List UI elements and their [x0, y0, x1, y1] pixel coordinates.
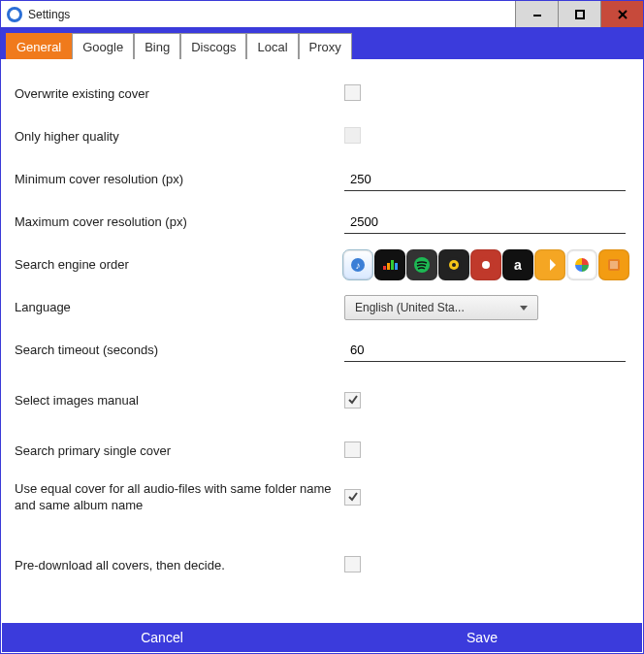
equal-cover-checkbox[interactable]	[344, 489, 361, 506]
tab-discogs[interactable]: Discogs	[180, 33, 246, 59]
bing-icon[interactable]	[534, 249, 565, 280]
equal-cover-label: Use equal cover for all audio-files with…	[15, 481, 344, 514]
discogs-icon[interactable]	[438, 249, 469, 280]
tab-bing[interactable]: Bing	[134, 33, 180, 59]
min-res-label: Minimum cover resolution (px)	[15, 172, 344, 188]
close-button[interactable]	[600, 1, 643, 27]
svg-text:♪: ♪	[356, 260, 361, 271]
svg-rect-1	[576, 11, 584, 18]
overwrite-label: Overwrite existing cover	[15, 86, 344, 103]
language-label: Language	[15, 300, 344, 316]
svg-rect-18	[610, 261, 618, 269]
overwrite-checkbox[interactable]	[344, 84, 361, 101]
tab-proxy[interactable]: Proxy	[299, 33, 352, 59]
gracenote-icon[interactable]	[470, 249, 501, 280]
bottom-bar: Cancel Save	[2, 623, 642, 652]
select-manual-label: Select images manual	[15, 393, 344, 409]
svg-point-15	[482, 261, 490, 269]
higher-quality-checkbox	[344, 127, 361, 144]
google-icon[interactable]	[566, 249, 597, 280]
min-res-input[interactable]	[344, 168, 626, 191]
max-res-label: Maximum cover resolution (px)	[15, 214, 344, 231]
svg-rect-9	[395, 263, 398, 270]
spotify-icon[interactable]	[406, 249, 437, 280]
app-icon	[7, 7, 22, 22]
max-res-input[interactable]	[344, 211, 626, 234]
window-title: Settings	[28, 8, 515, 21]
select-manual-checkbox[interactable]	[344, 392, 361, 409]
svg-rect-7	[387, 263, 390, 270]
engine-order-list[interactable]: ♪ a	[342, 249, 629, 280]
engine-order-label: Search engine order	[15, 257, 342, 274]
timeout-input[interactable]	[344, 339, 626, 362]
tab-google[interactable]: Google	[72, 33, 134, 59]
itunes-icon[interactable]: ♪	[342, 249, 373, 280]
tab-bar: GeneralGoogleBingDiscogsLocalProxy	[1, 28, 643, 59]
maximize-button[interactable]	[558, 1, 600, 27]
settings-window: Settings GeneralGoogleBingDiscogsLocalPr…	[0, 0, 644, 654]
language-value: English (United Sta...	[355, 301, 465, 314]
tab-local[interactable]: Local	[246, 33, 298, 59]
minimize-button[interactable]	[515, 1, 558, 27]
titlebar: Settings	[1, 1, 643, 28]
tab-general[interactable]: General	[6, 33, 72, 59]
bookstore-icon[interactable]	[598, 249, 629, 280]
predownload-checkbox[interactable]	[344, 556, 361, 572]
amazon-icon[interactable]: a	[502, 249, 533, 280]
tab-content-general: Overwrite existing cover Only higher qua…	[1, 59, 643, 624]
language-dropdown[interactable]: English (United Sta...	[344, 295, 538, 320]
primary-single-checkbox[interactable]	[344, 441, 361, 458]
higher-quality-label: Only higher quality	[15, 129, 344, 146]
svg-marker-16	[550, 259, 556, 271]
window-controls	[515, 1, 643, 27]
predownload-label: Pre-download all covers, then decide.	[15, 558, 344, 574]
deezer-icon[interactable]	[374, 249, 405, 280]
timeout-label: Search timeout (seconds)	[15, 343, 344, 359]
save-button[interactable]: Save	[322, 623, 642, 652]
svg-rect-8	[391, 260, 394, 270]
svg-rect-6	[383, 266, 386, 270]
cancel-button[interactable]: Cancel	[2, 623, 322, 652]
svg-point-13	[452, 263, 456, 267]
primary-single-label: Search primary single cover	[15, 443, 344, 460]
